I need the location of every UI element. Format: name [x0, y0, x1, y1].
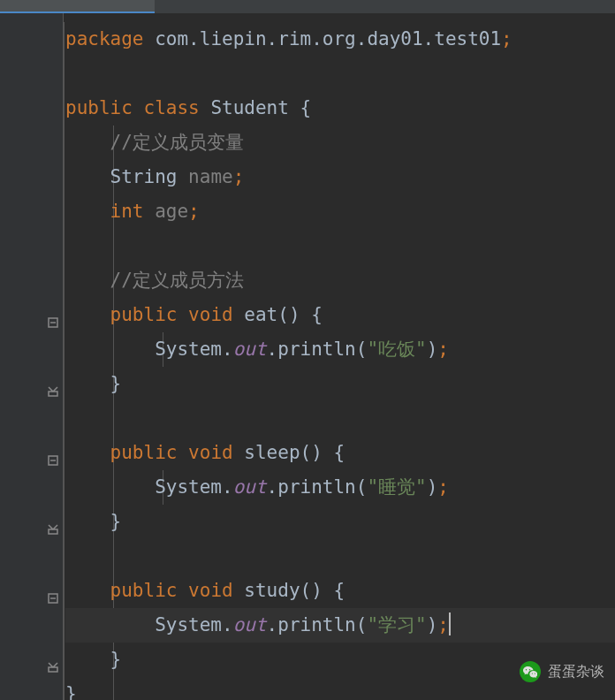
code-line[interactable]: } [65, 505, 615, 539]
file-tab[interactable] [0, 0, 155, 13]
code-line[interactable]: } [65, 367, 615, 401]
code-line[interactable] [65, 229, 615, 263]
code-line-current[interactable]: System.out.println("学习"); [65, 608, 615, 643]
fold-end-icon[interactable] [47, 523, 59, 536]
code-line[interactable] [65, 57, 615, 91]
fold-minus-icon[interactable] [47, 316, 59, 329]
code-line[interactable]: public void eat() { [65, 298, 615, 332]
code-line[interactable] [65, 401, 615, 436]
fold-end-icon[interactable] [47, 661, 59, 673]
code-line[interactable]: public void sleep() { [65, 436, 615, 470]
code-line[interactable]: //定义成员方法 [65, 263, 615, 298]
code-line[interactable]: String name; [65, 160, 615, 194]
code-line[interactable]: System.out.println("睡觉"); [65, 470, 615, 505]
code-line[interactable]: public void study() { [65, 574, 615, 608]
wechat-icon [520, 661, 541, 682]
fold-minus-icon[interactable] [47, 454, 59, 467]
code-line[interactable]: System.out.println("吃饭"); [65, 332, 615, 367]
code-line[interactable]: //定义成员变量 [65, 126, 615, 160]
code-line[interactable]: public class Student { [65, 91, 615, 126]
watermark-text: 蛋蛋杂谈 [548, 663, 604, 681]
code-area[interactable]: package com.liepin.rim.org.day01.test01;… [64, 13, 615, 700]
cursor [449, 612, 451, 635]
fold-minus-icon[interactable] [47, 592, 59, 605]
gutter [0, 13, 64, 700]
code-line[interactable] [65, 539, 615, 574]
code-line[interactable]: int age; [65, 194, 615, 229]
tab-bar [0, 0, 615, 13]
code-line[interactable]: package com.liepin.rim.org.day01.test01; [65, 22, 615, 57]
watermark: 蛋蛋杂谈 [520, 661, 604, 682]
fold-end-icon[interactable] [47, 385, 59, 398]
editor: package com.liepin.rim.org.day01.test01;… [0, 13, 615, 700]
